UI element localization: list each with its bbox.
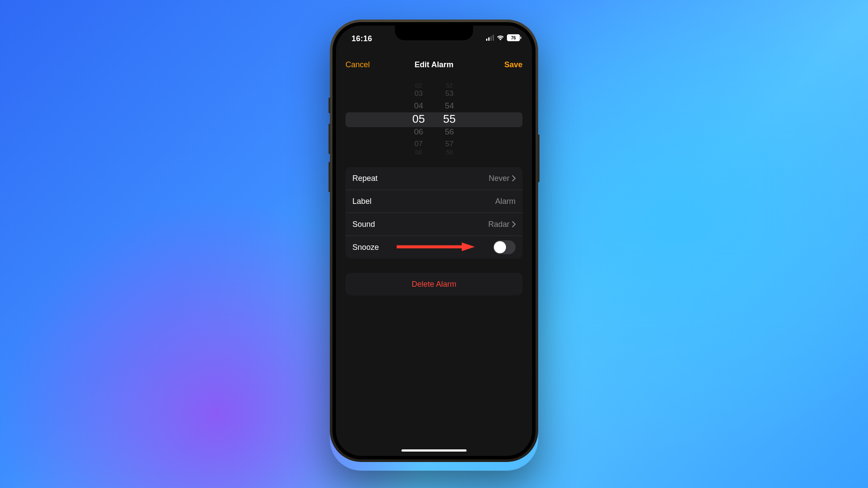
snooze-row: Snooze <box>345 236 523 259</box>
label-value: Alarm <box>495 197 516 206</box>
snooze-toggle[interactable] <box>493 240 516 254</box>
chevron-right-icon <box>512 175 516 181</box>
hour-picker[interactable]: 02 03 04 05 06 07 08 <box>412 82 425 156</box>
volume-up-button <box>329 124 330 154</box>
settings-list: Repeat Never Label Alarm Sound Radar <box>345 167 523 259</box>
delete-alarm-button[interactable]: Delete Alarm <box>411 280 456 289</box>
cancel-button[interactable]: Cancel <box>345 60 370 69</box>
sound-value: Radar <box>488 220 510 229</box>
status-right: 76 <box>486 34 520 41</box>
repeat-label: Repeat <box>352 174 378 183</box>
snooze-label: Snooze <box>352 243 379 252</box>
side-button <box>538 134 539 182</box>
page-title: Edit Alarm <box>414 60 453 69</box>
toggle-knob <box>494 241 506 253</box>
wifi-icon <box>496 35 504 41</box>
repeat-row[interactable]: Repeat Never <box>345 167 523 190</box>
label-row[interactable]: Label Alarm <box>345 190 523 213</box>
sound-label: Sound <box>352 220 375 229</box>
time-picker[interactable]: 02 03 04 05 06 07 08 52 53 54 55 56 <box>345 82 523 156</box>
nav-bar: Cancel Edit Alarm Save <box>336 54 532 75</box>
minute-picker[interactable]: 52 53 54 55 56 57 58 <box>443 82 456 156</box>
hour-selected: 05 <box>412 111 425 126</box>
battery-level: 76 <box>511 36 516 40</box>
volume-down-button <box>329 162 330 192</box>
notch <box>395 26 473 40</box>
battery-icon: 76 <box>507 34 520 41</box>
save-button[interactable]: Save <box>504 60 523 69</box>
minute-selected: 55 <box>443 111 456 126</box>
home-indicator[interactable] <box>401 449 467 452</box>
mute-switch <box>329 98 330 113</box>
chevron-right-icon <box>512 221 516 227</box>
delete-alarm-row[interactable]: Delete Alarm <box>345 273 523 295</box>
phone-screen: 16:16 76 <box>336 26 532 456</box>
label-label: Label <box>352 197 372 206</box>
phone-frame: 16:16 76 <box>330 20 538 462</box>
sound-row[interactable]: Sound Radar <box>345 213 523 236</box>
status-time: 16:16 <box>352 34 372 43</box>
repeat-value: Never <box>489 174 510 183</box>
cellular-icon <box>486 35 494 41</box>
